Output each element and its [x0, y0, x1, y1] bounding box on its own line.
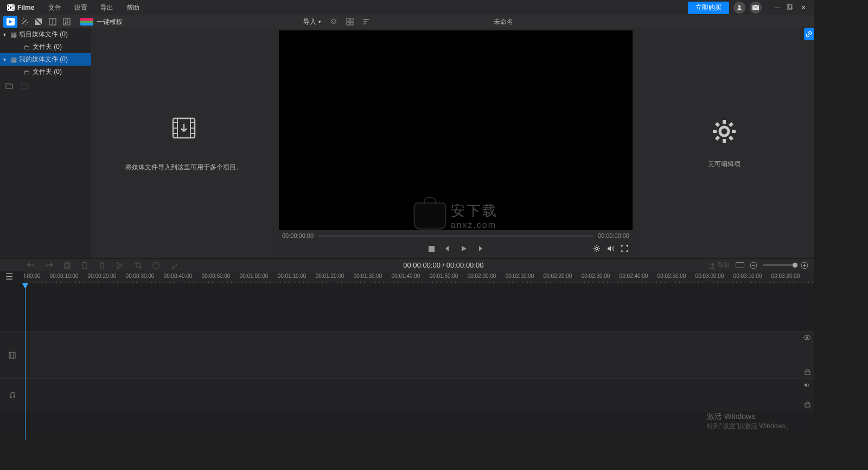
svg-marker-33 — [445, 246, 449, 251]
tab-text[interactable]: T — [46, 16, 60, 28]
timeline-ruler[interactable]: 00:00:00:0000:00:10:0000:00:20:0000:00:3… — [24, 271, 814, 283]
add-folder-button[interactable] — [5, 82, 13, 89]
svg-point-39 — [720, 127, 729, 136]
minimize-button[interactable]: ─ — [775, 4, 780, 11]
menu-export[interactable]: 导出 — [95, 1, 119, 15]
timeline: ☰ 00:00:00:0000:00:10:0000:00:20:0000:00… — [0, 271, 814, 440]
settings-button[interactable] — [593, 245, 601, 252]
speed-icon — [152, 262, 160, 269]
maximize-button[interactable] — [787, 4, 793, 11]
playhead[interactable] — [25, 283, 25, 440]
timeline-timecode: 00:00:00:00 / 00:00:00:00 — [189, 261, 698, 269]
restore-icon — [787, 4, 793, 10]
color-bars-icon — [80, 18, 93, 26]
volume-track-icon[interactable] — [804, 382, 810, 388]
grid-view-button[interactable] — [346, 18, 358, 26]
audio-track — [0, 379, 814, 411]
sort-button[interactable] — [362, 18, 374, 26]
svg-rect-22 — [350, 22, 353, 25]
export-button[interactable]: 导出 — [709, 261, 730, 270]
timeline-menu-button[interactable]: ☰ — [5, 271, 13, 282]
import-label: 导入 — [303, 17, 316, 27]
paste-button[interactable] — [81, 262, 88, 269]
volume-button[interactable] — [607, 245, 615, 252]
svg-marker-36 — [479, 246, 482, 251]
eye-icon[interactable] — [803, 335, 810, 340]
tab-media[interactable] — [3, 16, 17, 28]
zoom-out-button[interactable] — [750, 262, 757, 269]
import-dropdown[interactable]: 导入 ▾ — [303, 17, 321, 27]
template-button[interactable]: 一键模板 — [80, 17, 123, 27]
zoom-in-button[interactable] — [801, 262, 808, 269]
menu-settings[interactable]: 设置 — [69, 1, 93, 15]
copy-button[interactable] — [64, 262, 71, 269]
fit-zoom-button[interactable] — [736, 262, 744, 268]
tab-audio[interactable] — [60, 16, 74, 28]
ruler-tick: 00:02:40:00 — [620, 273, 648, 279]
film-icon[interactable] — [9, 352, 16, 359]
menu-help[interactable]: 帮助 — [121, 1, 145, 15]
caret-down-icon: ▾ — [3, 56, 9, 62]
preview-time-left: 00:00:00:00 — [282, 232, 314, 239]
crop-icon — [135, 262, 142, 269]
zoom-slider[interactable] — [763, 264, 795, 266]
mail-button[interactable] — [750, 2, 762, 14]
close-button[interactable]: ✕ — [801, 4, 806, 11]
prev-frame-button[interactable] — [444, 245, 451, 252]
svg-point-53 — [117, 262, 119, 264]
tree-project-media[interactable]: ▾ ▦ 项目媒体文件 (0) — [0, 28, 91, 41]
layers-button[interactable] — [330, 18, 342, 26]
redo-button[interactable] — [46, 262, 53, 269]
tab-effects[interactable] — [17, 16, 31, 28]
buy-now-button[interactable]: 立即购买 — [688, 2, 729, 14]
link-tab[interactable] — [804, 28, 814, 40]
lock-track-icon[interactable] — [805, 401, 810, 408]
lock-icon[interactable] — [805, 369, 810, 375]
ruler-tick: 00:03:00:00 — [695, 273, 724, 279]
svg-marker-18 — [331, 19, 336, 22]
play-button[interactable] — [461, 245, 467, 252]
tree-folder-1[interactable]: 🗀 文件夹 (0) — [0, 41, 91, 53]
music-icon — [63, 18, 71, 26]
menu-file[interactable]: 文件 — [43, 1, 67, 15]
tree-folder-2[interactable]: 🗀 文件夹 (0) — [0, 66, 91, 78]
crop-button[interactable] — [135, 262, 142, 269]
scissors-icon — [116, 262, 124, 269]
color-button[interactable] — [171, 262, 178, 269]
ruler-tick: 00:01:30:00 — [354, 273, 382, 279]
ruler-tick: 00:01:20:00 — [316, 273, 344, 279]
svg-rect-60 — [9, 352, 15, 358]
music-track-icon[interactable] — [9, 391, 15, 398]
svg-rect-34 — [449, 246, 450, 251]
speed-button[interactable] — [152, 262, 160, 269]
svg-rect-50 — [82, 263, 87, 269]
ruler-tick: 00:00:50:00 — [202, 273, 231, 279]
split-button[interactable] — [116, 262, 124, 269]
ruler-tick: 00:00:30:00 — [126, 273, 155, 279]
svg-marker-68 — [805, 383, 807, 388]
stop-button[interactable] — [429, 246, 435, 252]
tree-my-media[interactable]: ▾ ▦ 我的媒体文件 (0) — [0, 53, 91, 66]
delete-folder-button[interactable] — [21, 82, 28, 89]
svg-point-64 — [806, 336, 808, 339]
preview-seekbar[interactable] — [318, 235, 593, 237]
ruler-tick: 00:02:00:00 — [468, 273, 496, 279]
preview-canvas: 安下载 anxz.com — [279, 30, 633, 230]
grid-small-icon: ▦ — [11, 31, 17, 39]
tree-tools — [0, 78, 91, 93]
fullscreen-button[interactable] — [621, 245, 628, 252]
wand-icon — [21, 18, 28, 26]
delete-button[interactable] — [99, 262, 105, 269]
svg-rect-69 — [805, 404, 810, 407]
timeline-body[interactable]: 激活 Windows 转到"设置"以激活 Windows。 — [0, 283, 814, 440]
svg-rect-8 — [787, 5, 792, 9]
svg-rect-21 — [347, 22, 349, 25]
pencil-icon — [171, 262, 178, 269]
svg-point-52 — [117, 266, 119, 269]
tab-transitions[interactable] — [31, 16, 46, 28]
media-drop-pane[interactable]: 将媒体文件导入到这里可用于多个项目。 — [91, 28, 277, 258]
account-button[interactable] — [733, 2, 745, 14]
next-frame-button[interactable] — [477, 245, 483, 252]
undo-button[interactable] — [27, 262, 35, 269]
svg-marker-38 — [608, 246, 611, 251]
